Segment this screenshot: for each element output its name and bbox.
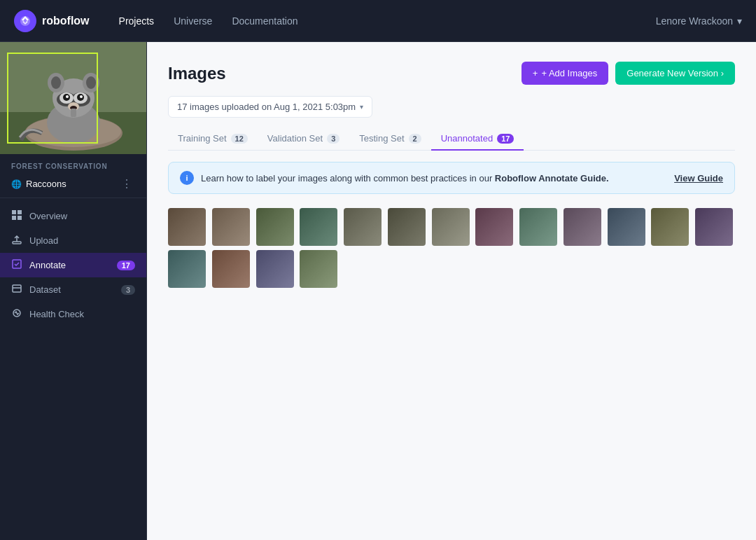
tab-testing-set[interactable]: Testing Set 2 <box>349 127 430 151</box>
sidebar-item-label: Annotate <box>29 260 66 270</box>
sidebar-item-annotate[interactable]: Annotate 17 <box>0 253 146 277</box>
tab-training-set[interactable]: Training Set 12 <box>168 127 258 151</box>
annotate-icon <box>11 259 22 271</box>
sidebar: FOREST CONSERVATION 🌐 Raccoons ⋮ Overvie… <box>0 42 147 540</box>
image-thumb[interactable] <box>651 208 689 246</box>
logo-text: roboflow <box>42 15 90 27</box>
tab-label: Validation Set <box>267 133 323 144</box>
sidebar-nav: Overview Upload Annotate 17 Dataset <box>0 198 146 332</box>
project-options-button[interactable]: ⋮ <box>118 176 135 192</box>
svg-point-17 <box>66 95 69 98</box>
plus-icon: + <box>533 68 538 78</box>
image-thumb[interactable] <box>168 208 206 246</box>
project-name-text: Raccoons <box>26 179 66 189</box>
nav-documentation[interactable]: Documentation <box>223 11 306 31</box>
image-thumb[interactable] <box>344 208 382 246</box>
svg-rect-21 <box>71 109 76 117</box>
info-icon: i <box>180 171 194 185</box>
project-name[interactable]: 🌐 Raccoons <box>11 179 66 189</box>
page-title: Images <box>168 64 226 83</box>
health-check-icon <box>11 308 22 320</box>
info-text-bold: Roboflow Annotate Guide. <box>495 173 609 184</box>
info-text-before: Learn how to label your images along wit… <box>201 173 495 184</box>
image-thumb[interactable] <box>212 250 250 288</box>
add-images-label: + Add Images <box>541 68 597 78</box>
svg-point-10 <box>86 76 96 89</box>
info-banner: i Learn how to label your images along w… <box>168 162 735 194</box>
sidebar-item-health-check[interactable]: Health Check <box>0 302 146 326</box>
tab-count: 2 <box>409 134 421 144</box>
image-thumb[interactable] <box>300 250 337 288</box>
svg-rect-28 <box>13 285 21 292</box>
image-thumb[interactable] <box>475 208 513 246</box>
image-thumb[interactable] <box>212 208 250 246</box>
nav-projects[interactable]: Projects <box>111 11 163 31</box>
generate-version-button[interactable]: Generate New Version › <box>615 62 735 85</box>
raccoon-image <box>0 42 146 154</box>
dataset-icon <box>11 284 22 296</box>
image-thumb[interactable] <box>432 208 470 246</box>
svg-rect-22 <box>12 210 16 214</box>
navbar: roboflow Projects Universe Documentation… <box>0 0 756 42</box>
sidebar-item-label: Health Check <box>29 309 84 319</box>
dropdown-arrow-icon: ▾ <box>360 103 363 111</box>
tab-label: Training Set <box>178 133 227 144</box>
svg-point-9 <box>51 76 61 89</box>
upload-info-bar[interactable]: 17 images uploaded on Aug 1, 2021 5:03pm… <box>168 96 372 118</box>
image-thumb[interactable] <box>300 208 337 246</box>
overview-icon <box>11 210 22 222</box>
dataset-badge: 3 <box>121 285 135 295</box>
globe-icon: 🌐 <box>11 179 22 189</box>
user-name: Lenore Wrackoon <box>656 15 733 27</box>
svg-rect-25 <box>18 216 22 220</box>
upload-info-text: 17 images uploaded on Aug 1, 2021 5:03pm <box>177 102 356 112</box>
annotate-badge: 17 <box>117 261 135 270</box>
generate-label: Generate New Version › <box>626 68 724 78</box>
tab-label: Testing Set <box>359 133 404 144</box>
image-thumb[interactable] <box>256 208 294 246</box>
main-layout: FOREST CONSERVATION 🌐 Raccoons ⋮ Overvie… <box>0 42 756 540</box>
info-banner-text: Learn how to label your images along wit… <box>201 173 667 184</box>
logo-icon <box>14 10 36 32</box>
sidebar-item-dataset[interactable]: Dataset 3 <box>0 277 146 302</box>
image-thumb[interactable] <box>388 208 426 246</box>
upload-icon <box>11 235 22 247</box>
nav-user[interactable]: Lenore Wrackoon ▾ <box>656 15 742 27</box>
sidebar-item-label: Overview <box>29 211 67 221</box>
header-actions: + + Add Images Generate New Version › <box>522 62 735 85</box>
sidebar-item-upload[interactable]: Upload <box>0 228 146 253</box>
image-thumb[interactable] <box>519 208 557 246</box>
svg-point-18 <box>80 95 83 98</box>
project-category-label: FOREST CONSERVATION <box>0 154 146 173</box>
chevron-down-icon: ▾ <box>737 15 742 27</box>
nav-universe[interactable]: Universe <box>165 11 220 31</box>
tab-unannotated[interactable]: Unannotated 17 <box>431 127 524 151</box>
image-thumb[interactable] <box>168 250 206 288</box>
image-thumb[interactable] <box>608 208 645 246</box>
sidebar-item-label: Upload <box>29 235 58 246</box>
sidebar-project-header: 🌐 Raccoons ⋮ <box>0 173 146 198</box>
svg-rect-23 <box>18 210 22 214</box>
image-thumb[interactable] <box>256 250 294 288</box>
image-tabs: Training Set 12 Validation Set 3 Testing… <box>168 127 735 151</box>
tab-count: 12 <box>231 134 248 144</box>
sidebar-item-label: Dataset <box>29 284 61 295</box>
content-header: Images + + Add Images Generate New Versi… <box>168 62 735 85</box>
sidebar-hero <box>0 42 146 154</box>
add-images-button[interactable]: + + Add Images <box>522 62 608 85</box>
tab-count: 17 <box>497 134 514 144</box>
sidebar-item-overview[interactable]: Overview <box>0 204 146 228</box>
tab-label: Unannotated <box>441 133 493 144</box>
logo[interactable]: roboflow <box>14 10 90 32</box>
image-thumb[interactable] <box>695 208 733 246</box>
image-thumb[interactable] <box>564 208 601 246</box>
tab-validation-set[interactable]: Validation Set 3 <box>258 127 349 151</box>
content-area: Images + + Add Images Generate New Versi… <box>147 42 756 540</box>
tab-count: 3 <box>327 134 340 144</box>
svg-rect-26 <box>13 242 21 244</box>
nav-links: Projects Universe Documentation <box>111 11 656 31</box>
view-guide-link[interactable]: View Guide <box>674 173 723 184</box>
image-grid <box>168 208 735 288</box>
svg-rect-24 <box>12 216 16 220</box>
